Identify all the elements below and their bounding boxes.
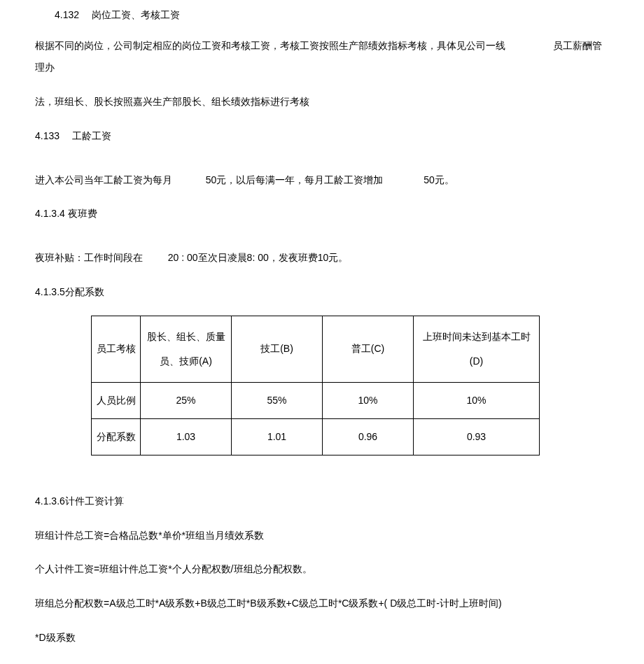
section-4134-title: 4.1.3.4 夜班费 [35,203,609,225]
table-row: 员工考核 股长、组长、质量员、技师(A) 技工(B) 普工(C) 上班时间未达到… [92,316,540,382]
table-cell: 上班时间未达到基本工时(D) [414,316,540,382]
table-cell: 1.03 [141,418,232,455]
table-cell: 0.96 [323,418,414,455]
allocation-table: 员工考核 股长、组长、质量员、技师(A) 技工(B) 普工(C) 上班时间未达到… [91,316,540,455]
paragraph: 法，班组长、股长按照嘉兴生产部股长、组长绩效指标进行考核 [35,91,609,113]
text: 20 : 00至次日凌晨8: 00，发夜班费10元。 [168,252,349,263]
paragraph: *D级系数 [35,627,609,649]
paragraph: 班组计件总工资=合格品总数*单价*班组当月绩效系数 [35,525,609,546]
table-cell: 技工(B) [232,316,323,382]
section-4136-title: 4.1.3.6计件工资计算 [35,490,609,512]
table-cell: 25% [141,382,232,418]
text: 根据不同的岗位，公司制定相应的岗位工资和考核工资，考核工资按照生产部绩效指标考核… [35,40,505,51]
text: 进入本公司当年工龄工资为每月 [35,174,172,185]
table-cell: 人员比例 [92,382,141,418]
table-row: 分配系数 1.03 1.01 0.96 0.93 [92,418,540,455]
text: 50元，以后每满一年，每月工龄工资增加 [206,174,384,185]
table-cell: 10% [414,382,540,418]
table-cell: 10% [323,382,414,418]
paragraph: 根据不同的岗位，公司制定相应的岗位工资和考核工资，考核工资按照生产部绩效指标考核… [35,35,609,78]
text: 50元。 [424,174,454,185]
table-cell: 普工(C) [323,316,414,382]
section-4132-title: 4.132 岗位工资、考核工资 [35,7,609,22]
table-row: 人员比例 25% 55% 10% 10% [92,382,540,418]
text: 夜班补贴：工作时间段在 [35,252,143,263]
section-4135-title: 4.1.3.5分配系数 [35,281,609,303]
paragraph: 班组总分配权数=A级总工时*A级系数+B级总工时*B级系数+C级总工时*C级系数… [35,593,609,614]
table-cell: 员工考核 [92,316,141,382]
paragraph: 夜班补贴：工作时间段在 20 : 00至次日凌晨8: 00，发夜班费10元。 [35,247,609,269]
paragraph: 进入本公司当年工龄工资为每月 50元，以后每满一年，每月工龄工资增加 50元。 [35,169,609,191]
section-4133-title: 4.133 工龄工资 [35,125,609,147]
table-cell: 0.93 [414,418,540,455]
table-cell: 分配系数 [92,418,141,455]
paragraph: 个人计件工资=班组计件总工资*个人分配权数/班组总分配权数。 [35,558,609,580]
table-cell: 股长、组长、质量员、技师(A) [141,316,232,382]
table-cell: 55% [232,382,323,418]
table-cell: 1.01 [232,418,323,455]
allocation-table-wrap: 员工考核 股长、组长、质量员、技师(A) 技工(B) 普工(C) 上班时间未达到… [35,316,609,455]
